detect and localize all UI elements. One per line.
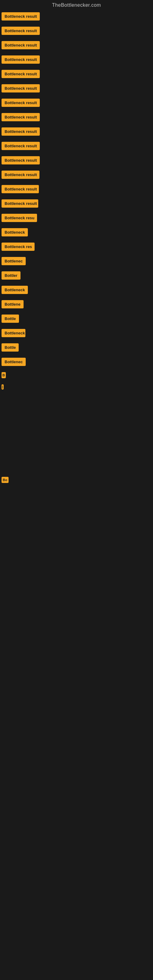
bottleneck-badge[interactable]: Bottleneck result (2, 99, 40, 107)
main-container: Bottleneck result Bottleneck result Bott… (0, 9, 153, 639)
list-item: Bottleneck resu (2, 211, 151, 225)
list-item: Bottleneck result (2, 167, 151, 182)
list-item: Bottleneck result (2, 110, 151, 124)
bottleneck-badge[interactable]: Bottleneck result (2, 70, 40, 78)
bottleneck-badge[interactable]: Bottleneck result (2, 170, 40, 179)
list-item: Bottleneck (2, 283, 151, 297)
empty-space-9 (2, 609, 151, 639)
list-item: Bottler (2, 268, 151, 283)
bottleneck-badge[interactable]: B (2, 372, 6, 378)
bottleneck-badge[interactable]: Bo (2, 477, 9, 483)
bottleneck-badge[interactable]: Bottlenec (2, 358, 26, 366)
empty-space-7 (2, 547, 151, 578)
bottleneck-badge[interactable]: Bottler (2, 271, 21, 280)
bottleneck-badge[interactable]: Bottleneck result (2, 113, 40, 121)
empty-space-6 (2, 517, 151, 547)
bottleneck-badge[interactable]: Bottleneck result (2, 185, 39, 193)
empty-space-4 (2, 443, 151, 474)
list-item: Bo (2, 474, 151, 486)
list-item: Bottleneck result (2, 52, 151, 67)
list-item: Bottle (2, 340, 151, 355)
bottleneck-badge[interactable]: Bottleneck result (2, 12, 40, 21)
bottleneck-badge[interactable]: Bottleneck result (2, 127, 40, 136)
bottleneck-badge[interactable]: Bottle (2, 315, 19, 323)
list-item: Bottleneck result (2, 182, 151, 196)
list-item: Bottleneck result (2, 124, 151, 139)
bottleneck-badge[interactable]: Bottleneck result (2, 142, 40, 150)
list-item: Bottleneck result (2, 153, 151, 167)
bottleneck-badge[interactable]: | (2, 384, 4, 390)
list-item: Bottleneck result (2, 24, 151, 38)
empty-space-1 (2, 393, 151, 409)
list-item: Bottleneck result (2, 38, 151, 52)
bottleneck-badge[interactable]: Bottleneck res (2, 243, 35, 251)
bottleneck-badge[interactable]: Bottleneck (2, 228, 28, 236)
list-item: Bottle (2, 312, 151, 326)
list-item: Bottleneck (2, 225, 151, 240)
bottleneck-badge[interactable]: Bottlene (2, 300, 24, 309)
empty-space-8 (2, 578, 151, 609)
list-item: Bottleneck result (2, 9, 151, 24)
list-item: B (2, 369, 151, 381)
empty-space-5 (2, 486, 151, 517)
bottleneck-badge[interactable]: Bottleneck r (2, 329, 26, 337)
list-item: Bottleneck result (2, 67, 151, 81)
bottleneck-badge[interactable]: Bottleneck resu (2, 214, 37, 222)
empty-space-3 (2, 426, 151, 443)
site-title: TheBottlenecker.com (0, 0, 153, 9)
bottleneck-badge[interactable]: Bottleneck result (2, 27, 40, 35)
list-item: Bottlenec (2, 254, 151, 268)
bottleneck-badge[interactable]: Bottleneck result (2, 41, 40, 49)
list-item: Bottleneck res (2, 240, 151, 254)
list-item: Bottleneck result (2, 139, 151, 153)
bottleneck-badge[interactable]: Bottle (2, 343, 19, 352)
bottleneck-badge[interactable]: Bottleneck (2, 286, 28, 294)
list-item: Bottlenec (2, 355, 151, 369)
empty-space-2 (2, 409, 151, 426)
list-item: Bottleneck r (2, 326, 151, 340)
list-item: Bottleneck result (2, 95, 151, 110)
list-item: Bottleneck result (2, 196, 151, 211)
bottleneck-badge[interactable]: Bottleneck result (2, 84, 40, 92)
list-item: Bottlene (2, 297, 151, 312)
list-item: Bottleneck result (2, 81, 151, 95)
bottleneck-badge[interactable]: Bottleneck result (2, 56, 40, 64)
bottleneck-badge[interactable]: Bottleneck result (2, 199, 38, 208)
list-item: | (2, 381, 151, 393)
bottleneck-badge[interactable]: Bottleneck result (2, 156, 40, 164)
bottleneck-badge[interactable]: Bottlenec (2, 257, 26, 265)
